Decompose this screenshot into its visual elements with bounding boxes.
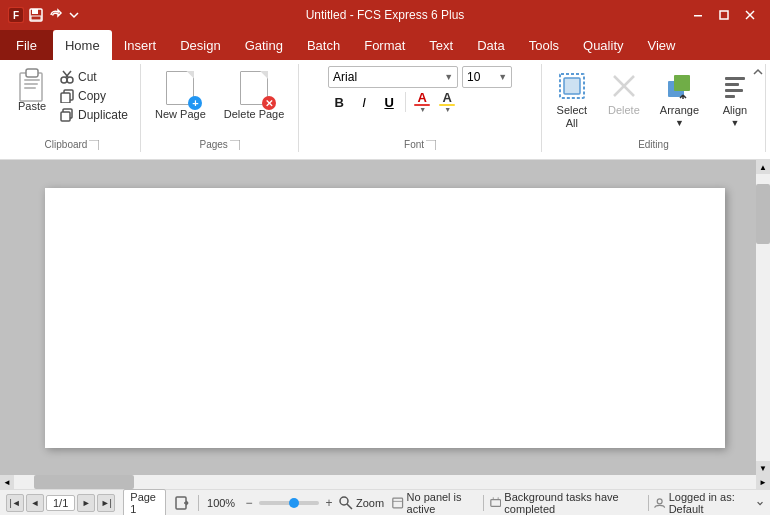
zoom-control: 100% − + Zoom: [207, 496, 384, 510]
scroll-left-button[interactable]: ◄: [0, 475, 14, 489]
new-page-button[interactable]: + New Page: [149, 66, 212, 125]
content-area: ▲ ▼ ◄ ► |◄ ◄ 1/1 ► ►|: [0, 160, 770, 515]
window-title: Untitled - FCS Express 6 Plus: [306, 8, 465, 22]
quick-access-toolbar: [28, 7, 82, 23]
svg-rect-23: [564, 78, 580, 94]
font-color-button[interactable]: A ▼: [411, 91, 433, 113]
canvas-area: ▲ ▼: [0, 160, 770, 475]
new-page-icon: +: [162, 70, 198, 106]
save-icon[interactable]: [28, 7, 44, 23]
scroll-thumb-horizontal[interactable]: [34, 475, 134, 489]
scroll-track-vertical: [756, 174, 770, 461]
font-size-selector[interactable]: 10 ▼: [462, 66, 512, 88]
menu-item-insert[interactable]: Insert: [112, 30, 169, 60]
pages-group-label: Pages: [149, 137, 290, 152]
paste-icon: [16, 68, 48, 100]
font-row-1: Arial ▼ 10 ▼: [328, 66, 512, 88]
last-page-button[interactable]: ►|: [97, 494, 115, 512]
arrange-button[interactable]: Arrange▼: [654, 66, 705, 132]
logged-in-dropdown-icon[interactable]: [756, 498, 764, 508]
clipboard-small-buttons: Cut Copy: [56, 68, 132, 124]
menu-item-data[interactable]: Data: [465, 30, 516, 60]
menu-item-batch[interactable]: Batch: [295, 30, 352, 60]
zoom-slider-thumb[interactable]: [289, 498, 299, 508]
font-name-display: Arial: [333, 70, 444, 84]
font-row-2: B I U A ▼ A ▼: [328, 91, 458, 113]
menu-item-format[interactable]: Format: [352, 30, 417, 60]
status-bar: |◄ ◄ 1/1 ► ►| Page 1 100%: [0, 489, 770, 515]
font-color-arrow[interactable]: ▼: [419, 106, 426, 113]
zoom-search-icon[interactable]: [339, 496, 353, 510]
cut-icon: [60, 70, 74, 84]
canvas-inner: [0, 160, 770, 475]
bold-button[interactable]: B: [328, 91, 350, 113]
next-page-button[interactable]: ►: [77, 494, 95, 512]
menu-item-quality[interactable]: Quality: [571, 30, 635, 60]
minimize-button[interactable]: [686, 5, 710, 25]
select-all-label: SelectAll: [557, 104, 588, 130]
highlight-color-button[interactable]: A ▼: [436, 91, 458, 113]
ribbon-collapse-button[interactable]: [750, 64, 766, 80]
scroll-right-button[interactable]: ►: [756, 475, 770, 489]
menu-item-tools[interactable]: Tools: [517, 30, 571, 60]
italic-button[interactable]: I: [353, 91, 375, 113]
no-panel-status: No panel is active: [392, 491, 477, 515]
duplicate-button[interactable]: Duplicate: [56, 106, 132, 124]
svg-rect-41: [491, 499, 501, 506]
page-icon-button[interactable]: [174, 494, 190, 512]
prev-page-button[interactable]: ◄: [26, 494, 44, 512]
underline-button[interactable]: U: [378, 91, 400, 113]
restore-button[interactable]: [712, 5, 736, 25]
copy-button[interactable]: Copy: [56, 87, 132, 105]
ribbon-group-font: Arial ▼ 10 ▼ B I U A ▼: [299, 64, 542, 152]
logged-in-label: Logged in as: Default: [669, 491, 753, 515]
delete-page-icon: ✕: [236, 70, 272, 106]
menu-item-view[interactable]: View: [636, 30, 688, 60]
editing-group-label: Editing: [550, 137, 757, 152]
duplicate-label: Duplicate: [78, 108, 128, 122]
clipboard-expand-icon[interactable]: [89, 140, 99, 150]
scroll-up-button[interactable]: ▲: [756, 160, 770, 174]
background-tasks-icon: [490, 496, 501, 510]
pages-content: + New Page ✕ Delete Page: [149, 66, 290, 137]
scroll-thumb-vertical[interactable]: [756, 184, 770, 244]
svg-rect-10: [26, 69, 38, 77]
page-name-selector[interactable]: Page 1: [123, 489, 166, 516]
menu-item-text[interactable]: Text: [417, 30, 465, 60]
no-panel-label: No panel is active: [407, 491, 478, 515]
first-page-button[interactable]: |◄: [6, 494, 24, 512]
delete-page-button[interactable]: ✕ Delete Page: [218, 66, 291, 125]
delete-button[interactable]: Delete: [602, 66, 646, 120]
arrange-icon: [663, 70, 695, 102]
font-expand-icon[interactable]: [426, 140, 436, 150]
menu-item-file[interactable]: File: [0, 30, 53, 60]
menu-item-design[interactable]: Design: [168, 30, 232, 60]
select-all-button[interactable]: SelectAll: [550, 66, 594, 134]
status-right: No panel is active Background tasks have…: [392, 491, 764, 515]
horizontal-scrollbar[interactable]: ◄ ►: [0, 475, 770, 489]
window-controls: [686, 5, 762, 25]
scroll-down-button[interactable]: ▼: [756, 461, 770, 475]
delete-label: Delete: [608, 104, 640, 116]
title-bar-left: F: [8, 7, 82, 23]
ribbon-group-editing: SelectAll Delete: [542, 64, 766, 152]
highlight-arrow[interactable]: ▼: [444, 106, 451, 113]
vertical-scrollbar[interactable]: ▲ ▼: [756, 160, 770, 475]
paste-button[interactable]: Paste: [12, 66, 52, 114]
pages-expand-icon[interactable]: [230, 140, 240, 150]
zoom-minus-button[interactable]: −: [242, 496, 256, 510]
font-name-selector[interactable]: Arial ▼: [328, 66, 458, 88]
undo-icon[interactable]: [47, 7, 63, 23]
page-indicator: 1/1: [46, 495, 75, 511]
svg-rect-28: [674, 75, 690, 91]
dropdown-icon[interactable]: [66, 7, 82, 23]
panel-status-icon: [392, 496, 403, 510]
zoom-plus-button[interactable]: +: [322, 496, 336, 510]
menu-item-gating[interactable]: Gating: [233, 30, 295, 60]
close-button[interactable]: [738, 5, 762, 25]
menu-item-home[interactable]: Home: [53, 30, 112, 60]
cut-button[interactable]: Cut: [56, 68, 132, 86]
zoom-slider[interactable]: [259, 501, 319, 505]
svg-point-37: [340, 497, 348, 505]
font-color-letter: A: [417, 91, 426, 104]
